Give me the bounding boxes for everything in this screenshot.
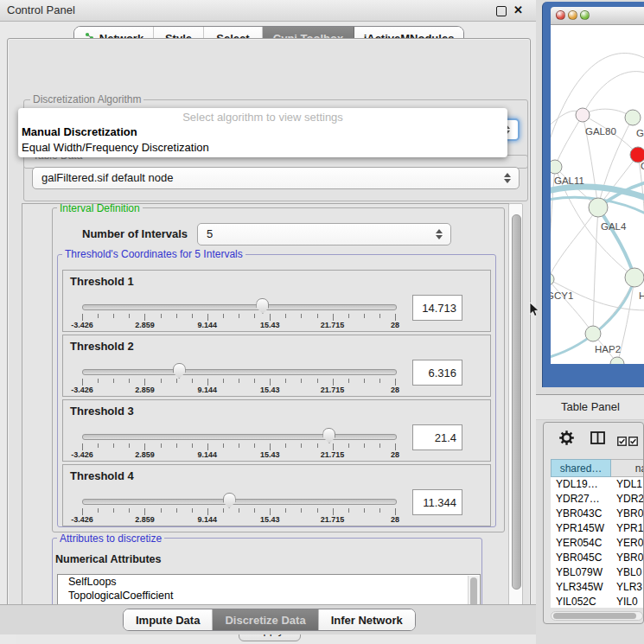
tick-mark xyxy=(113,314,114,318)
tick-mark xyxy=(207,443,208,450)
scrollbar-thumb[interactable] xyxy=(470,577,477,607)
network-node-gal4[interactable] xyxy=(589,198,608,217)
tab-discretize-data[interactable]: Discretize Data xyxy=(213,609,318,630)
table-row[interactable]: YER054CYER0 xyxy=(551,536,644,551)
list-item-topologicalcoefficient[interactable]: TopologicalCoefficient xyxy=(58,589,480,603)
float-window-icon[interactable] xyxy=(496,6,507,16)
slider-track[interactable] xyxy=(82,499,397,505)
network-edge[interactable] xyxy=(551,279,593,334)
network-window-titlebar[interactable] xyxy=(551,7,644,25)
tick-mark xyxy=(176,314,177,318)
slider-track[interactable] xyxy=(82,369,397,375)
network-edge[interactable] xyxy=(593,207,598,334)
threshold-4-box: Threshold 4-3.4262.8599.14415.4321.71528… xyxy=(62,464,491,526)
tick-label: 21.715 xyxy=(321,321,345,329)
network-edge[interactable] xyxy=(583,72,644,115)
network-node-gcy1[interactable] xyxy=(551,273,554,285)
network-node-h[interactable] xyxy=(625,268,644,287)
table-row[interactable]: YBR043CYBR0 xyxy=(551,507,644,521)
table-horizontal-scrollbar[interactable] xyxy=(551,611,643,621)
tick-mark xyxy=(254,379,255,383)
interval-definition-title: Interval Definition xyxy=(57,203,143,214)
tick-label: 15.43 xyxy=(260,450,280,459)
dropdown-options: Manual DiscretizationEqual Width/Frequen… xyxy=(18,124,507,156)
mac-minimize-button[interactable] xyxy=(568,10,577,20)
table-data-select[interactable]: galFiltered.sif default node xyxy=(32,167,520,189)
slider-thumb[interactable] xyxy=(322,428,335,443)
tick-mark xyxy=(270,508,271,515)
tick-label: 15.43 xyxy=(260,386,280,394)
network-edge[interactable] xyxy=(593,277,634,334)
stepper-arrows-icon xyxy=(436,228,443,240)
network-edge[interactable] xyxy=(555,115,583,167)
list-item-selfloops[interactable]: SelfLoops xyxy=(58,575,480,589)
mac-zoom-button[interactable] xyxy=(580,10,590,20)
threshold-label: Threshold 3 xyxy=(70,405,134,418)
scrollbar-thumb[interactable] xyxy=(512,214,521,590)
mac-close-button[interactable] xyxy=(556,10,565,20)
network-edge[interactable] xyxy=(551,53,644,153)
slider-thumb[interactable] xyxy=(223,493,236,508)
network-canvas[interactable]: GAL80GACGAL11GAL4GCY1HHAP2 xyxy=(551,25,644,364)
table-row[interactable]: YLR345WYLR3 xyxy=(551,580,644,595)
checkbox-icon[interactable] xyxy=(617,434,627,450)
tick-mark xyxy=(223,508,224,513)
node-label: GAL4 xyxy=(601,221,627,232)
num-intervals-select[interactable]: 5 xyxy=(197,223,451,245)
column-header-shared[interactable]: shared… xyxy=(551,459,611,477)
slider-track[interactable] xyxy=(82,434,397,440)
tick-label: 28 xyxy=(391,450,399,459)
tick-mark xyxy=(270,379,271,386)
tick-mark xyxy=(161,379,162,383)
dropdown-option-equal-width-frequency-discretization[interactable]: Equal Width/Frequency Discretization xyxy=(18,140,507,156)
slider-thumb[interactable] xyxy=(256,298,269,314)
threshold-value-field[interactable]: 14.713 xyxy=(412,295,462,321)
network-node-gal80[interactable] xyxy=(576,108,590,122)
tick-mark xyxy=(144,508,145,515)
network-edge[interactable] xyxy=(551,207,598,279)
table-cell: YPR1 xyxy=(616,521,643,536)
threshold-value-field[interactable]: 6.316 xyxy=(412,360,462,386)
tick-mark xyxy=(98,314,99,318)
main-vertical-scrollbar[interactable] xyxy=(508,203,523,611)
node-label: HAP2 xyxy=(595,344,621,354)
slider-thumb[interactable] xyxy=(173,363,186,379)
tick-mark xyxy=(207,379,208,386)
table-row[interactable]: YDL19…YDL1 xyxy=(551,477,644,492)
scrollbar-thumb[interactable] xyxy=(553,613,636,619)
network-window[interactable]: GAL80GACGAL11GAL4GCY1HHAP2 xyxy=(542,2,644,387)
table-cell: YBL079W xyxy=(556,565,603,580)
application-window: Control Panel ✕ NetworkStyleSelectCyni T… xyxy=(0,0,644,644)
table-row[interactable]: YDR27…YDR2 xyxy=(551,492,644,507)
tick-mark xyxy=(285,508,286,513)
checkbox-icon[interactable] xyxy=(628,434,638,450)
num-intervals-label: Number of Intervals xyxy=(82,223,188,245)
node-attribute-table[interactable]: shared…na YDL19…YDL1YDR27…YDR2YBR043CYBR… xyxy=(551,459,644,608)
dropdown-option-manual-discretization[interactable]: Manual Discretization xyxy=(18,124,507,140)
table-row[interactable]: YPR145WYPR1 xyxy=(551,521,644,536)
table-row[interactable]: YBL079WYBL0 xyxy=(551,565,644,580)
slider-track[interactable] xyxy=(82,304,397,310)
settings-gear-icon[interactable] xyxy=(559,430,574,449)
tick-mark xyxy=(395,314,396,321)
tick-mark xyxy=(82,379,83,386)
column-header-na[interactable]: na xyxy=(611,459,644,477)
tick-mark xyxy=(254,508,255,513)
tab-impute-data[interactable]: Impute Data xyxy=(124,609,213,630)
network-node[interactable] xyxy=(610,357,624,364)
close-icon[interactable]: ✕ xyxy=(513,0,523,21)
threshold-value-field[interactable]: 11.344 xyxy=(412,489,462,515)
network-edge-highlighted[interactable] xyxy=(598,207,634,277)
table-data-selected-value: galFiltered.sif default node xyxy=(41,171,173,184)
network-node-gal11[interactable] xyxy=(551,160,562,174)
control-panel-titlebar: Control Panel ✕ xyxy=(0,0,536,22)
threshold-value-field[interactable]: 21.4 xyxy=(412,424,462,450)
network-node-hap2[interactable] xyxy=(585,326,601,341)
table-row[interactable]: YBR045CYBR0 xyxy=(551,551,644,565)
table-row[interactable]: YIL052CYIL0 xyxy=(551,595,644,608)
tick-mark xyxy=(270,443,271,450)
tab-infer-network[interactable]: Infer Network xyxy=(319,609,415,630)
network-node-ga[interactable] xyxy=(625,110,641,125)
tick-mark xyxy=(254,443,255,448)
split-columns-icon[interactable] xyxy=(590,431,605,448)
